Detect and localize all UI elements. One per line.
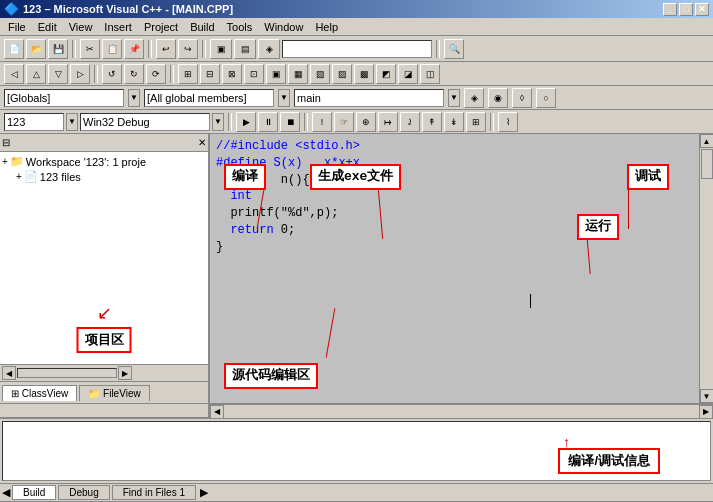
sidebar-scroll: ◀ ▶ [0,364,208,381]
combo-btn3[interactable]: ◊ [512,88,532,108]
combo-btn1[interactable]: ◈ [464,88,484,108]
tb2-btn17[interactable]: ◩ [376,64,396,84]
redo-button[interactable]: ↪ [178,39,198,59]
save-button[interactable]: 💾 [48,39,68,59]
debug-btn11[interactable]: ⊞ [466,112,486,132]
debug-btn6[interactable]: ⊕ [356,112,376,132]
debug-btn12[interactable]: ⌇ [498,112,518,132]
members-arrow[interactable]: ▼ [278,89,290,107]
restore-button[interactable]: □ [679,3,693,16]
menu-insert[interactable]: Insert [98,20,138,34]
tb3-btn1[interactable]: ▣ [210,39,232,59]
minimize-button[interactable]: _ [663,3,677,16]
menu-window[interactable]: Window [258,20,309,34]
vscroll-track[interactable] [700,148,713,389]
search-input[interactable] [282,40,432,58]
config-arrow[interactable]: ▼ [212,113,224,131]
code-line-2: #define S(x) x*x+x [216,155,693,172]
globals-combo[interactable]: [Globals] [4,89,124,107]
debug-btn4[interactable]: ! [312,112,332,132]
tb2-btn1[interactable]: ◁ [4,64,24,84]
tb2-btn18[interactable]: ◪ [398,64,418,84]
tb2-btn5[interactable]: ↺ [102,64,122,84]
menu-build[interactable]: Build [184,20,220,34]
tab-fileview[interactable]: 📁 FileView [79,385,149,401]
toolbar2-sep-2 [170,65,174,83]
tb2-btn9[interactable]: ⊟ [200,64,220,84]
menu-project[interactable]: Project [138,20,184,34]
tb2-btn7[interactable]: ⟳ [146,64,166,84]
members-combo[interactable]: [All global members] [144,89,274,107]
tb2-btn13[interactable]: ▦ [288,64,308,84]
code-content[interactable]: //#include <stdio.h> #define S(x) x*x+x … [210,134,699,403]
output-nav-left[interactable]: ◀ [2,486,10,499]
output-nav-right[interactable]: ▶ [200,486,208,499]
menu-help[interactable]: Help [309,20,344,34]
debug-btn5[interactable]: ☞ [334,112,354,132]
menu-view[interactable]: View [63,20,99,34]
function-arrow[interactable]: ▼ [448,89,460,107]
menu-edit[interactable]: Edit [32,20,63,34]
tb2-btn11[interactable]: ⊡ [244,64,264,84]
debug-btn1[interactable]: ▶ [236,112,256,132]
project-arrow[interactable]: ▼ [66,113,78,131]
files-expand-icon[interactable]: + [16,171,22,182]
combo-btn4[interactable]: ○ [536,88,556,108]
hscroll-left-btn[interactable]: ◀ [210,405,224,419]
function-combo[interactable]: main [294,89,444,107]
tb2-btn4[interactable]: ▷ [70,64,90,84]
debug-btn10[interactable]: ↡ [444,112,464,132]
tb2-btn8[interactable]: ⊞ [178,64,198,84]
close-button[interactable]: ✕ [695,3,709,16]
tb2-btn3[interactable]: ▽ [48,64,68,84]
globals-arrow[interactable]: ▼ [128,89,140,107]
tb2-btn10[interactable]: ⊠ [222,64,242,84]
vscroll-down-btn[interactable]: ▼ [700,389,714,403]
tab-classview[interactable]: ⊞ ClassView [2,385,77,401]
paste-button[interactable]: 📌 [124,39,144,59]
tab-build[interactable]: Build [12,485,56,500]
debug-btn9[interactable]: ↟ [422,112,442,132]
tb3-btn2[interactable]: ▤ [234,39,256,59]
scroll-left-btn[interactable]: ◀ [2,366,16,380]
undo-button[interactable]: ↩ [156,39,176,59]
debug-btn7[interactable]: ↦ [378,112,398,132]
menu-bar: File Edit View Insert Project Build Tool… [0,18,713,36]
open-button[interactable]: 📂 [26,39,46,59]
tb2-btn6[interactable]: ↻ [124,64,144,84]
debug-btn2[interactable]: ⏸ [258,112,278,132]
config-combo[interactable]: Win32 Debug [80,113,210,131]
new-button[interactable]: 📄 [4,39,24,59]
menu-file[interactable]: File [2,20,32,34]
title-text: 123 – Microsoft Visual C++ - [MAIN.CPP] [23,3,233,15]
find-button[interactable]: 🔍 [444,39,464,59]
tb3-btn3[interactable]: ◈ [258,39,280,59]
vscroll-up-btn[interactable]: ▲ [700,134,714,148]
files-item[interactable]: + 📄 123 files [2,169,206,184]
vscroll-thumb[interactable] [701,149,713,179]
sidebar-close[interactable]: ✕ [198,137,206,148]
tb2-btn16[interactable]: ▩ [354,64,374,84]
tab-find-in-files[interactable]: Find in Files 1 [112,485,196,500]
tb2-btn15[interactable]: ▨ [332,64,352,84]
debug-sep-3 [490,113,494,131]
editor-vscroll[interactable]: ▲ ▼ [699,134,713,403]
menu-tools[interactable]: Tools [221,20,259,34]
tb2-btn12[interactable]: ▣ [266,64,286,84]
editor-hscroll[interactable]: ◀ ▶ [210,404,713,418]
debug-btn8[interactable]: ⤸ [400,112,420,132]
tb2-btn2[interactable]: △ [26,64,46,84]
tab-debug[interactable]: Debug [58,485,109,500]
copy-button[interactable]: 📋 [102,39,122,59]
code-editor[interactable]: //#include <stdio.h> #define S(x) x*x+x … [210,134,713,403]
tb2-btn19[interactable]: ◫ [420,64,440,84]
workspace-item[interactable]: + 📁 Workspace '123': 1 proje [2,154,206,169]
scroll-right-btn[interactable]: ▶ [118,366,132,380]
debug-btn3[interactable]: ⏹ [280,112,300,132]
combo-btn2[interactable]: ◉ [488,88,508,108]
hscroll-right-btn[interactable]: ▶ [699,405,713,419]
tb2-btn14[interactable]: ▧ [310,64,330,84]
cut-button[interactable]: ✂ [80,39,100,59]
expand-icon[interactable]: + [2,156,8,167]
project-combo[interactable]: 123 [4,113,64,131]
